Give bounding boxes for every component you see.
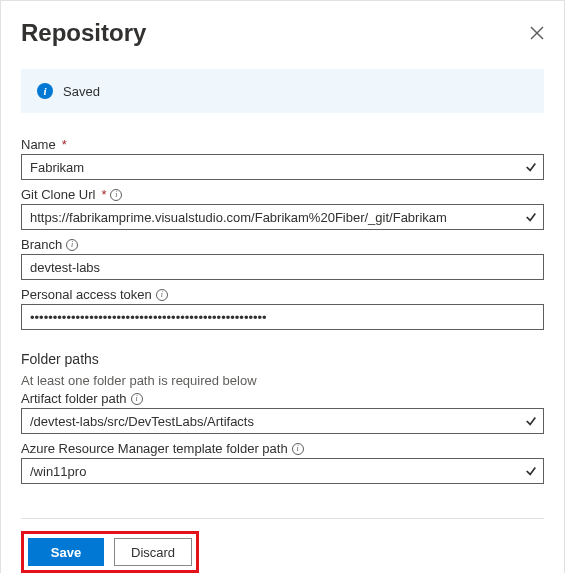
field-name: Name * [21,137,544,180]
info-outline-icon[interactable]: i [66,239,78,251]
info-outline-icon[interactable]: i [110,189,122,201]
arm-path-label: Azure Resource Manager template folder p… [21,441,288,456]
info-icon: i [37,83,53,99]
save-button[interactable]: Save [28,538,104,566]
info-outline-icon[interactable]: i [292,443,304,455]
arm-path-input[interactable] [21,458,544,484]
repository-panel: Repository i Saved Name * Git Clone Url … [0,0,565,573]
field-pat: Personal access token i [21,287,544,330]
artifact-path-label: Artifact folder path [21,391,127,406]
banner-text: Saved [63,84,100,99]
discard-button[interactable]: Discard [114,538,192,566]
close-button[interactable] [530,26,544,40]
folder-paths-title: Folder paths [21,351,544,367]
close-icon [530,26,544,40]
field-git-clone-url: Git Clone Url * i [21,187,544,230]
button-row-highlight: Save Discard [21,531,199,573]
branch-label: Branch [21,237,62,252]
folder-paths-helper: At least one folder path is required bel… [21,373,544,388]
required-asterisk: * [101,187,106,202]
panel-title: Repository [21,19,146,47]
branch-input[interactable] [21,254,544,280]
field-branch: Branch i [21,237,544,280]
pat-label: Personal access token [21,287,152,302]
artifact-path-input[interactable] [21,408,544,434]
name-input[interactable] [21,154,544,180]
info-outline-icon[interactable]: i [131,393,143,405]
info-outline-icon[interactable]: i [156,289,168,301]
git-clone-url-label: Git Clone Url [21,187,95,202]
required-asterisk: * [62,137,67,152]
git-clone-url-input[interactable] [21,204,544,230]
divider [21,518,544,519]
pat-input[interactable] [21,304,544,330]
name-label: Name [21,137,56,152]
field-artifact-path: Artifact folder path i [21,391,544,434]
status-banner: i Saved [21,69,544,113]
panel-header: Repository [21,19,544,47]
field-arm-path: Azure Resource Manager template folder p… [21,441,544,484]
